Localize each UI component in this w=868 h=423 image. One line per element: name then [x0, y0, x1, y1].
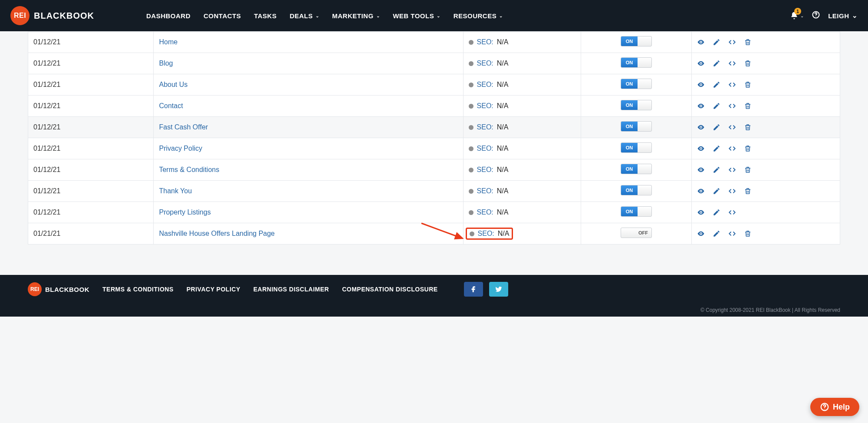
nav-webtools[interactable]: WEB TOOLS⌄ [393, 12, 441, 20]
eye-icon [697, 59, 705, 67]
page-link[interactable]: Privacy Policy [159, 145, 202, 152]
edit-button[interactable] [713, 81, 720, 89]
svg-line-2 [421, 223, 463, 238]
delete-button[interactable] [744, 38, 752, 46]
footer-earnings[interactable]: EARNINGS DISCLAIMER [253, 286, 329, 293]
seo-link[interactable]: SEO: [477, 81, 493, 89]
delete-button[interactable] [744, 230, 752, 238]
status-toggle[interactable] [621, 79, 652, 89]
seo-link[interactable]: SEO: [477, 208, 493, 216]
edit-button[interactable] [713, 38, 720, 46]
embed-button[interactable] [728, 166, 736, 174]
embed-button[interactable] [728, 123, 736, 131]
seo-cell: SEO: N/A [463, 181, 581, 202]
footer-privacy[interactable]: PRIVACY POLICY [187, 286, 240, 293]
page-link[interactable]: Contact [159, 102, 183, 109]
row-date: 01/12/21 [28, 117, 154, 138]
nav-contacts[interactable]: CONTACTS [204, 12, 241, 20]
edit-button[interactable] [713, 102, 720, 110]
seo-link[interactable]: SEO: [477, 187, 493, 195]
edit-button[interactable] [713, 230, 720, 238]
status-toggle[interactable] [621, 164, 652, 174]
nav-resources[interactable]: RESOURCES⌄ [454, 12, 503, 20]
twitter-link[interactable] [489, 282, 508, 297]
view-button[interactable] [697, 102, 705, 110]
edit-button[interactable] [713, 59, 720, 67]
brand-logo[interactable]: REI BLACKBOOK [10, 6, 94, 25]
seo-link[interactable]: SEO: [477, 166, 493, 174]
status-toggle[interactable] [621, 185, 652, 195]
embed-button[interactable] [728, 102, 736, 110]
seo-value: N/A [497, 123, 509, 131]
view-button[interactable] [697, 145, 705, 152]
edit-button[interactable] [713, 208, 720, 216]
seo-link[interactable]: SEO: [477, 38, 493, 46]
status-toggle[interactable] [621, 142, 652, 153]
page-link[interactable]: Thank You [159, 187, 192, 195]
edit-button[interactable] [713, 123, 720, 131]
code-icon [728, 166, 736, 174]
seo-value: N/A [497, 81, 509, 89]
delete-button[interactable] [744, 81, 752, 89]
seo-link[interactable]: SEO: [478, 230, 494, 238]
seo-link[interactable]: SEO: [477, 59, 493, 67]
page-link[interactable]: Home [159, 38, 178, 46]
view-button[interactable] [697, 81, 705, 89]
nav-tasks[interactable]: TASKS [254, 12, 276, 20]
edit-button[interactable] [713, 166, 720, 174]
view-button[interactable] [697, 123, 705, 131]
user-menu[interactable]: LEIGH⌄ [828, 12, 858, 20]
footer-compensation[interactable]: COMPENSATION DISCLOSURE [342, 286, 437, 293]
page-link[interactable]: Blog [159, 59, 173, 67]
row-date: 01/12/21 [28, 53, 154, 74]
embed-button[interactable] [728, 187, 736, 195]
delete-button[interactable] [744, 166, 752, 174]
view-button[interactable] [697, 230, 705, 238]
page-link[interactable]: Terms & Conditions [159, 166, 219, 173]
pencil-icon [713, 145, 720, 152]
page-link[interactable]: About Us [159, 81, 187, 88]
page-link[interactable]: Nashville House Offers Landing Page [159, 230, 275, 237]
status-toggle[interactable] [621, 228, 652, 238]
view-button[interactable] [697, 38, 705, 46]
delete-button[interactable] [744, 187, 752, 195]
edit-button[interactable] [713, 187, 720, 195]
page-link[interactable]: Fast Cash Offer [159, 123, 208, 131]
delete-button[interactable] [744, 145, 752, 152]
page-link[interactable]: Property Listings [159, 208, 210, 216]
code-icon [728, 102, 736, 110]
embed-button[interactable] [728, 230, 736, 238]
edit-button[interactable] [713, 145, 720, 152]
delete-button[interactable] [744, 123, 752, 131]
footer-logo[interactable]: REI BLACKBOOK [28, 282, 89, 296]
status-toggle[interactable] [621, 121, 652, 132]
embed-button[interactable] [728, 81, 736, 89]
view-button[interactable] [697, 187, 705, 195]
notifications-button[interactable]: 1 ⌄ [790, 11, 804, 20]
status-toggle[interactable] [621, 36, 652, 46]
embed-button[interactable] [728, 145, 736, 152]
embed-button[interactable] [728, 38, 736, 46]
nav-dashboard[interactable]: DASHBOARD [146, 12, 191, 20]
status-toggle[interactable] [621, 100, 652, 110]
embed-button[interactable] [728, 59, 736, 67]
facebook-link[interactable] [464, 282, 483, 297]
nav-deals[interactable]: DEALS⌄ [289, 12, 319, 20]
seo-cell: SEO: N/A [463, 159, 581, 181]
trash-icon [744, 38, 752, 46]
seo-link[interactable]: SEO: [477, 123, 493, 131]
help-icon[interactable] [812, 10, 820, 21]
status-toggle[interactable] [621, 57, 652, 68]
view-button[interactable] [697, 208, 705, 216]
delete-button[interactable] [744, 59, 752, 67]
status-toggle[interactable] [621, 206, 652, 217]
embed-button[interactable] [728, 208, 736, 216]
view-button[interactable] [697, 166, 705, 174]
status-dot-icon [469, 40, 473, 45]
nav-marketing[interactable]: MARKETING⌄ [332, 12, 380, 20]
seo-link[interactable]: SEO: [477, 102, 493, 110]
footer-terms[interactable]: TERMS & CONDITIONS [102, 286, 174, 293]
seo-link[interactable]: SEO: [477, 145, 493, 152]
delete-button[interactable] [744, 102, 752, 110]
view-button[interactable] [697, 59, 705, 67]
